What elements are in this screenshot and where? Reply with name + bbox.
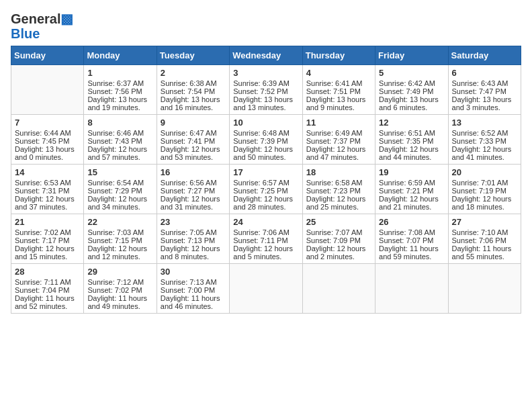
cell-text: Sunset: 7:56 PM [87, 87, 152, 95]
cell-text: Sunrise: 6:53 AM [15, 179, 80, 187]
cell-text: Daylight: 12 hours [379, 145, 444, 153]
cell-text: Daylight: 11 hours [379, 244, 444, 253]
calendar-cell: 12Sunrise: 6:51 AMSunset: 7:35 PMDayligh… [375, 115, 448, 165]
cell-text: Sunset: 7:09 PM [306, 236, 371, 244]
day-number: 7 [15, 118, 80, 128]
calendar-cell [375, 264, 448, 314]
calendar-cell: 5Sunrise: 6:42 AMSunset: 7:49 PMDaylight… [375, 65, 448, 115]
cell-text: and 21 minutes. [379, 203, 444, 211]
cell-text: Sunset: 7:21 PM [379, 187, 444, 195]
cell-text: Sunrise: 6:37 AM [87, 79, 152, 87]
cell-text: Sunset: 7:02 PM [87, 286, 152, 294]
calendar-cell [302, 264, 375, 314]
day-number: 4 [306, 68, 371, 78]
cell-text: Sunrise: 6:43 AM [452, 79, 517, 87]
cell-text: and 18 minutes. [452, 203, 517, 211]
cell-text: Daylight: 12 hours [233, 244, 298, 253]
week-row-4: 21Sunrise: 7:02 AMSunset: 7:17 PMDayligh… [11, 214, 521, 264]
cell-text: Daylight: 12 hours [15, 195, 80, 203]
cell-text: Sunrise: 7:07 AM [306, 228, 371, 236]
cell-text: Sunrise: 7:13 AM [161, 278, 226, 286]
calendar-cell: 4Sunrise: 6:41 AMSunset: 7:51 PMDaylight… [302, 65, 375, 115]
calendar-cell: 15Sunrise: 6:54 AMSunset: 7:29 PMDayligh… [84, 165, 157, 214]
calendar-body: 1Sunrise: 6:37 AMSunset: 7:56 PMDaylight… [11, 65, 521, 314]
cell-text: Sunset: 7:04 PM [15, 286, 80, 294]
day-number: 6 [452, 68, 517, 78]
calendar-cell: 14Sunrise: 6:53 AMSunset: 7:31 PMDayligh… [11, 165, 84, 214]
cell-text: Daylight: 13 hours [87, 95, 152, 103]
cell-text: Sunset: 7:19 PM [452, 187, 517, 195]
calendar-cell [448, 264, 521, 314]
cell-text: Daylight: 12 hours [452, 145, 517, 153]
week-row-3: 14Sunrise: 6:53 AMSunset: 7:31 PMDayligh… [11, 165, 521, 214]
calendar-cell: 21Sunrise: 7:02 AMSunset: 7:17 PMDayligh… [11, 214, 84, 264]
cell-text: Sunrise: 6:42 AM [379, 79, 444, 87]
cell-text: and 25 minutes. [306, 203, 371, 211]
cell-text: and 9 minutes. [306, 103, 371, 111]
cell-text: Sunset: 7:17 PM [15, 236, 80, 244]
cell-text: Sunrise: 7:06 AM [233, 228, 298, 236]
week-row-2: 7Sunrise: 6:44 AMSunset: 7:45 PMDaylight… [11, 115, 521, 165]
cell-text: and 41 minutes. [452, 153, 517, 161]
cell-text: Daylight: 12 hours [452, 195, 517, 203]
cell-text: Daylight: 12 hours [87, 244, 152, 253]
weekday-sunday: Sunday [11, 46, 84, 65]
calendar-cell: 16Sunrise: 6:56 AMSunset: 7:27 PMDayligh… [157, 165, 229, 214]
cell-text: Sunrise: 7:12 AM [87, 278, 152, 286]
cell-text: Sunrise: 6:46 AM [87, 129, 152, 137]
cell-text: Daylight: 13 hours [306, 95, 371, 103]
logo-text: General▩ [11, 11, 73, 27]
cell-text: Sunset: 7:11 PM [233, 236, 298, 244]
cell-text: and 52 minutes. [15, 302, 80, 310]
cell-text: and 37 minutes. [15, 203, 80, 211]
calendar-cell: 20Sunrise: 7:01 AMSunset: 7:19 PMDayligh… [448, 165, 521, 214]
cell-text: Sunrise: 6:52 AM [452, 129, 517, 137]
cell-text: Daylight: 13 hours [379, 95, 444, 103]
cell-text: Sunset: 7:13 PM [161, 236, 226, 244]
cell-text: and 47 minutes. [306, 153, 371, 161]
weekday-saturday: Saturday [448, 46, 521, 65]
cell-text: Sunset: 7:41 PM [161, 137, 226, 145]
weekday-tuesday: Tuesday [157, 46, 229, 65]
cell-text: and 19 minutes. [87, 103, 152, 111]
cell-text: and 55 minutes. [452, 253, 517, 261]
cell-text: Sunset: 7:43 PM [87, 137, 152, 145]
calendar-cell: 19Sunrise: 6:59 AMSunset: 7:21 PMDayligh… [375, 165, 448, 214]
calendar-cell: 10Sunrise: 6:48 AMSunset: 7:39 PMDayligh… [230, 115, 302, 165]
day-number: 21 [15, 217, 80, 227]
calendar-cell: 17Sunrise: 6:57 AMSunset: 7:25 PMDayligh… [230, 165, 302, 214]
cell-text: Sunset: 7:49 PM [379, 87, 444, 95]
logo-blue: Blue [11, 27, 40, 40]
day-number: 11 [306, 118, 371, 128]
calendar-cell: 2Sunrise: 6:38 AMSunset: 7:54 PMDaylight… [157, 65, 229, 115]
calendar-cell: 29Sunrise: 7:12 AMSunset: 7:02 PMDayligh… [84, 264, 157, 314]
day-number: 17 [233, 167, 298, 177]
cell-text: and 15 minutes. [15, 253, 80, 261]
cell-text: and 5 minutes. [233, 253, 298, 261]
cell-text: and 31 minutes. [161, 203, 226, 211]
day-number: 14 [15, 167, 80, 177]
cell-text: Sunrise: 6:44 AM [15, 129, 80, 137]
cell-text: and 34 minutes. [87, 203, 152, 211]
cell-text: Sunrise: 6:54 AM [87, 179, 152, 187]
cell-text: Daylight: 11 hours [15, 294, 80, 302]
cell-text: Sunset: 7:51 PM [306, 87, 371, 95]
cell-text: Daylight: 12 hours [233, 195, 298, 203]
cell-text: Sunrise: 7:11 AM [15, 278, 80, 286]
cell-text: Daylight: 12 hours [306, 145, 371, 153]
cell-text: Daylight: 13 hours [452, 95, 517, 103]
week-row-5: 28Sunrise: 7:11 AMSunset: 7:04 PMDayligh… [11, 264, 521, 314]
day-number: 20 [452, 167, 517, 177]
cell-text: Sunset: 7:29 PM [87, 187, 152, 195]
cell-text: Daylight: 12 hours [306, 244, 371, 253]
day-number: 27 [452, 217, 517, 227]
cell-text: Sunset: 7:00 PM [161, 286, 226, 294]
day-number: 18 [306, 167, 371, 177]
day-number: 5 [379, 68, 444, 78]
calendar-cell: 27Sunrise: 7:10 AMSunset: 7:06 PMDayligh… [448, 214, 521, 264]
cell-text: Sunrise: 6:38 AM [161, 79, 226, 87]
cell-text: Daylight: 12 hours [161, 145, 226, 153]
cell-text: Sunrise: 6:59 AM [379, 179, 444, 187]
day-number: 22 [87, 217, 152, 227]
cell-text: Daylight: 12 hours [161, 195, 226, 203]
